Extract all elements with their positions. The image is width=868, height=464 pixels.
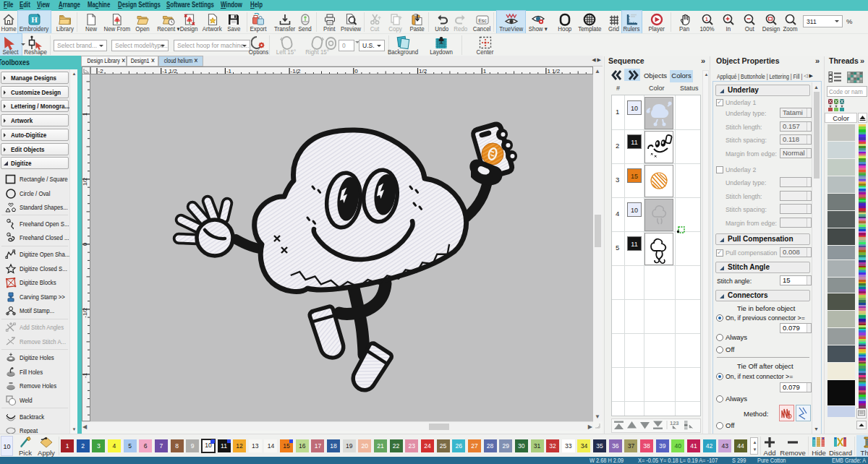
svg-text:-1/2: -1/2 bbox=[82, 307, 89, 317]
svg-text:1: 1 bbox=[82, 112, 89, 116]
svg-text:123: 123 bbox=[670, 420, 679, 426]
svg-text:1: 1 bbox=[483, 68, 487, 74]
svg-text:-1/2: -1/2 bbox=[291, 68, 301, 74]
svg-text:0: 0 bbox=[354, 68, 358, 74]
svg-text:-1: -1 bbox=[226, 68, 232, 74]
svg-text:-1: -1 bbox=[82, 372, 89, 378]
svg-text:0: 0 bbox=[82, 242, 89, 246]
svg-text:-1 1/2: -1 1/2 bbox=[162, 68, 177, 74]
svg-text:H: H bbox=[31, 15, 38, 24]
svg-text:1/2: 1/2 bbox=[82, 177, 89, 186]
svg-text:1: 1 bbox=[705, 16, 708, 21]
svg-text:-2: -2 bbox=[98, 68, 104, 74]
svg-text:Esc: Esc bbox=[478, 17, 487, 22]
